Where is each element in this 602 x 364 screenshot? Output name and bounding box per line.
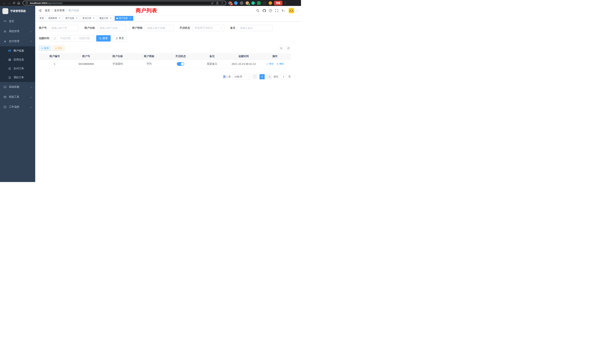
sidebar-item-home[interactable]: 首页 [0, 16, 35, 26]
filter-label: 商户号 [39, 26, 47, 30]
browser-home-button[interactable] [16, 0, 21, 5]
tag-user-group[interactable]: 用户分组× [64, 16, 80, 21]
sidebar-item-merchant-info[interactable]: 商户信息 [0, 46, 35, 55]
filter-row-2: 创建时间 开始日期 - 结束日期 搜索 [39, 35, 291, 42]
sidebar-item-refund-order[interactable]: 退款订单 [0, 73, 35, 82]
avatar-dropdown-caret[interactable] [297, 9, 298, 12]
add-button[interactable]: 新增 [39, 46, 51, 51]
goto-page-input[interactable] [280, 74, 287, 79]
short-name-input[interactable] [145, 25, 174, 31]
browser-forward-button[interactable]: → [7, 0, 11, 5]
header-search-button[interactable] [256, 9, 260, 12]
cell-full-name: 芋道源码 [102, 60, 133, 68]
sidebar-item-workflow[interactable]: 工作流程 [0, 102, 35, 112]
page-number-current[interactable]: 1 [259, 74, 265, 79]
merchant-no-input[interactable] [49, 25, 79, 31]
chrome-update-button[interactable]: 更新 [274, 1, 282, 5]
sidebar-item-label: 研发工具 [9, 95, 19, 99]
extension-check-icon[interactable]: ✓ [251, 1, 255, 5]
status-toggle[interactable] [177, 62, 184, 66]
status-select[interactable]: 请选择开启状态 [192, 25, 224, 31]
filter-full-name: 商户全称 [85, 25, 126, 31]
reset-button[interactable]: 重置 [112, 35, 127, 42]
chevron-down-icon [30, 30, 32, 33]
show-search-button[interactable] [279, 46, 284, 51]
sidebar-item-infra[interactable]: 基础设施 [0, 82, 35, 92]
filter-label: 商户简称 [132, 26, 142, 30]
tag-pay-order[interactable]: 支付订单× [81, 16, 97, 21]
extension-avatar-icon[interactable]: 1 [246, 1, 249, 5]
extension-raindrop-icon[interactable] [234, 1, 238, 5]
share-button[interactable] [215, 1, 219, 5]
tag-label: 支付订单 [82, 17, 91, 20]
password-manager-button[interactable] [211, 1, 214, 5]
refresh-icon [287, 47, 290, 50]
fullscreen-icon [275, 9, 278, 12]
close-icon[interactable]: × [109, 17, 112, 20]
page-size-select[interactable]: 10条/页 [233, 74, 251, 79]
svg-text:T: T [283, 10, 284, 12]
remark-input[interactable] [238, 25, 272, 31]
filter-label: 商户全称 [85, 26, 95, 30]
download-icon [55, 47, 57, 49]
tag-refund-order[interactable]: 退款订单× [98, 16, 114, 21]
browser-menu-button[interactable]: ⋮ [284, 1, 287, 5]
next-page-button[interactable] [267, 74, 272, 79]
full-name-input[interactable] [97, 25, 126, 31]
fullscreen-button[interactable] [275, 9, 279, 12]
extension-dark-circle-icon[interactable] [240, 1, 243, 5]
browser-back-button[interactable]: ← [2, 0, 7, 5]
sidebar-item-pay-order[interactable]: 支付订单 [0, 64, 35, 73]
document-icon [8, 76, 11, 79]
close-icon[interactable]: × [92, 17, 95, 20]
app-logo-row[interactable]: 芋道管理系统 [0, 6, 35, 16]
breadcrumb-current: 商户信息 [69, 9, 79, 12]
delete-link[interactable]: 删除 [277, 62, 284, 65]
sidebar-item-devtools[interactable]: 研发工具 [0, 92, 35, 102]
close-icon[interactable]: × [75, 17, 78, 20]
edit-link[interactable]: 修改 [266, 62, 274, 65]
extension-colorwheel-icon[interactable]: 10 [228, 1, 232, 5]
tag-merchant-info[interactable]: 商户信息× [115, 16, 133, 21]
extensions-area: 10 1 ✓ [228, 1, 272, 5]
github-link-button[interactable] [262, 9, 266, 12]
font-size-button[interactable]: TT [281, 9, 285, 12]
url-text[interactable]: localhost:1024/pay/merchant [30, 2, 209, 4]
extension-smiley-icon[interactable] [269, 1, 272, 5]
prev-page-button[interactable] [252, 74, 258, 79]
total-suffix: 条 [228, 75, 231, 78]
refresh-table-button[interactable] [286, 46, 291, 51]
close-icon[interactable]: × [58, 17, 61, 20]
tag-home[interactable]: 首页 [38, 16, 46, 21]
svg-text:T: T [281, 9, 283, 12]
breadcrumb-home[interactable]: 首页 [45, 9, 50, 12]
chevron-down-icon [248, 75, 249, 78]
user-avatar[interactable] [289, 8, 294, 13]
sidebar-item-system[interactable]: ⚙ 系统管理 [0, 26, 35, 36]
search-button[interactable]: 搜索 [96, 35, 111, 42]
bookmark-button[interactable]: ☆ [220, 1, 224, 5]
breadcrumb-payment[interactable]: 支付管理 [54, 9, 64, 12]
extension-badge: 10 [230, 3, 233, 5]
sidebar-item-payment[interactable]: ¥ 支付管理 [0, 36, 35, 46]
browser-reload-button[interactable] [11, 0, 16, 5]
export-button[interactable]: 导出 [53, 46, 64, 51]
address-bar[interactable]: localhost:1024/pay/merchant ☆ [23, 1, 226, 5]
sidebar-item-label: 支付管理 [9, 40, 19, 43]
extension-doc-icon[interactable] [257, 1, 261, 5]
sidebar-toggle-button[interactable] [38, 9, 42, 12]
create-time-range-picker[interactable]: 开始日期 - 结束日期 [52, 35, 94, 42]
url-path: /pay/merchant [47, 2, 63, 4]
pagination-total: 共 1 条 [223, 75, 231, 78]
tag-label: 流程表单 [48, 17, 57, 20]
site-info-button[interactable] [25, 1, 28, 5]
key-icon [211, 2, 214, 4]
help-button[interactable]: ? [269, 9, 272, 12]
search-icon [99, 37, 102, 40]
sidebar-item-app-info[interactable]: 应用信息 [0, 55, 35, 64]
col-remark: 备注 [196, 53, 228, 60]
tag-process-form[interactable]: 流程表单× [46, 16, 63, 21]
extension-tampermonkey-icon[interactable] [263, 1, 266, 5]
close-icon[interactable]: × [129, 17, 132, 20]
chevron-down-icon [30, 96, 32, 98]
